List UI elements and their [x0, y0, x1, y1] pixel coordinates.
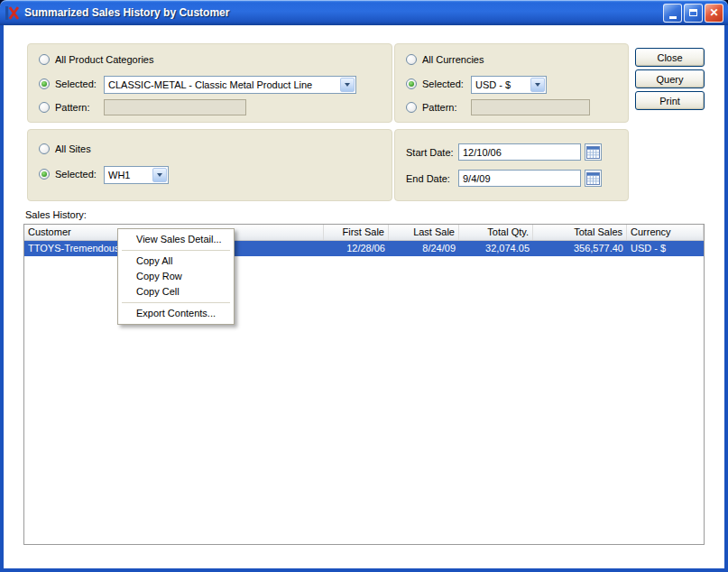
cell-last-sale: 8/24/09 — [389, 241, 459, 256]
column-header-first-sale[interactable]: First Sale — [324, 225, 389, 240]
menu-item-copy-all[interactable]: Copy All — [120, 254, 232, 269]
cell-total-qty: 32,074.05 — [459, 241, 533, 256]
all-product-categories-radio[interactable] — [39, 54, 50, 65]
minimize-button[interactable] — [663, 4, 682, 23]
maximize-icon — [689, 9, 697, 16]
menu-item-copy-cell[interactable]: Copy Cell — [120, 284, 232, 300]
close-button[interactable]: Close — [635, 48, 705, 67]
cell-currency: USD - $ — [627, 241, 704, 256]
window-title: Summarized Sales History by Customer — [24, 6, 661, 19]
product-category-selected-value: CLASSIC-METAL - Classic Metal Product Li… — [108, 79, 337, 91]
menu-item-view-sales-detail[interactable]: View Sales Detail... — [120, 232, 232, 247]
product-category-group: All Product Categories Selected: CLASSIC… — [27, 43, 392, 123]
end-date-label: End Date: — [406, 173, 450, 185]
query-button[interactable]: Query — [635, 69, 705, 88]
product-selected-radio[interactable] — [39, 78, 50, 89]
app-icon — [5, 5, 20, 20]
close-icon: ✕ — [709, 7, 718, 18]
column-header-currency[interactable]: Currency — [627, 225, 704, 240]
dialog-window: Summarized Sales History by Customer ✕ A… — [0, 0, 728, 572]
currency-select[interactable]: USD - $ — [471, 76, 547, 94]
site-group: All Sites Selected: WH1 — [27, 129, 392, 201]
all-sites-label: All Sites — [55, 143, 91, 155]
product-pattern-input — [104, 99, 246, 115]
currency-group: All Currencies Selected: USD - $ Pattern… — [394, 43, 629, 123]
start-date-input[interactable] — [458, 143, 581, 161]
currency-selected-radio[interactable] — [406, 78, 417, 89]
all-currencies-radio[interactable] — [406, 54, 417, 65]
context-menu: View Sales Detail... Copy All Copy Row C… — [117, 228, 235, 325]
calendar-icon — [586, 146, 600, 159]
all-product-categories-label: All Product Categories — [55, 54, 153, 66]
product-pattern-label: Pattern: — [55, 102, 90, 114]
calendar-icon — [586, 172, 600, 185]
sales-history-label: Sales History: — [25, 209, 87, 220]
product-selected-label: Selected: — [55, 78, 97, 90]
end-date-input[interactable] — [458, 170, 581, 187]
minimize-icon — [669, 16, 677, 19]
menu-separator — [122, 302, 230, 303]
currency-pattern-label: Pattern: — [422, 102, 457, 114]
date-range-group: Start Date: End Date: — [394, 129, 629, 201]
currency-dropdown-button[interactable] — [530, 78, 545, 92]
currency-pattern-input — [471, 99, 590, 115]
cell-total-sales: 356,577.40 — [533, 241, 627, 256]
cell-first-sale: 12/28/06 — [324, 241, 389, 256]
dialog-content: All Product Categories Selected: CLASSIC… — [0, 25, 728, 572]
column-header-total-sales[interactable]: Total Sales — [533, 225, 627, 240]
menu-item-export-contents[interactable]: Export Contents... — [120, 306, 232, 321]
chevron-down-icon — [535, 83, 540, 87]
menu-item-copy-row[interactable]: Copy Row — [120, 269, 232, 284]
menu-separator — [122, 250, 230, 251]
chevron-down-icon — [345, 83, 350, 87]
product-pattern-radio[interactable] — [39, 102, 50, 113]
all-currencies-label: All Currencies — [422, 54, 484, 66]
site-selected-value: WH1 — [108, 170, 150, 181]
site-selected-radio[interactable] — [39, 169, 50, 180]
column-header-last-sale[interactable]: Last Sale — [389, 225, 459, 240]
site-select[interactable]: WH1 — [104, 166, 169, 184]
currency-selected-value: USD - $ — [475, 79, 528, 91]
currency-selected-label: Selected: — [422, 78, 464, 90]
print-button[interactable]: Print — [635, 91, 705, 110]
end-date-calendar-button[interactable] — [585, 170, 602, 187]
window-close-button[interactable]: ✕ — [705, 4, 723, 23]
start-date-calendar-button[interactable] — [585, 143, 602, 161]
product-category-select[interactable]: CLASSIC-METAL - Classic Metal Product Li… — [104, 76, 356, 94]
title-bar: Summarized Sales History by Customer ✕ — [0, 0, 728, 25]
site-dropdown-button[interactable] — [152, 168, 167, 182]
all-sites-radio[interactable] — [39, 143, 50, 154]
maximize-button[interactable] — [684, 4, 703, 23]
column-header-total-qty[interactable]: Total Qty. — [459, 225, 533, 240]
site-selected-label: Selected: — [55, 169, 97, 180]
chevron-down-icon — [157, 173, 162, 177]
product-category-dropdown-button[interactable] — [340, 78, 355, 92]
start-date-label: Start Date: — [406, 147, 454, 159]
currency-pattern-radio[interactable] — [406, 102, 417, 113]
